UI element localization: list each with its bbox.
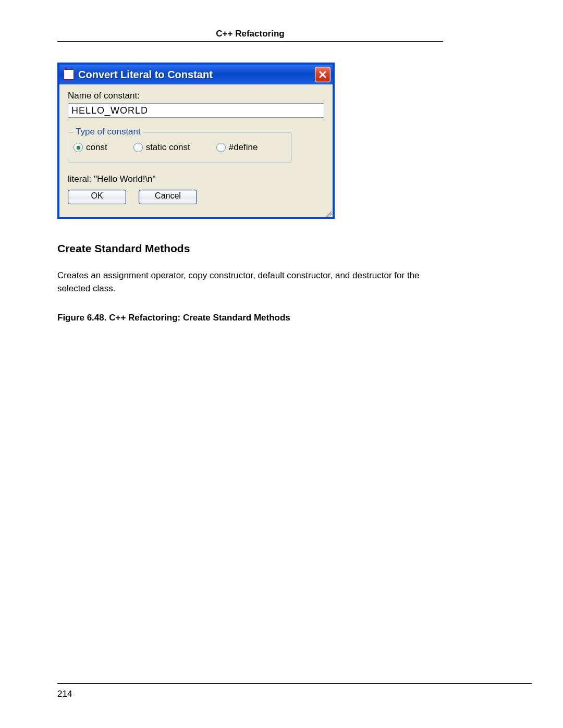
page-header: C++ Refactoring bbox=[57, 29, 443, 41]
type-of-constant-group: Type of constant const static const #def… bbox=[68, 132, 292, 163]
radio-const-label: const bbox=[86, 142, 107, 153]
radio-static-const[interactable]: static const bbox=[133, 142, 190, 153]
page-number: 214 bbox=[57, 689, 532, 699]
radio-dot-icon bbox=[74, 143, 83, 152]
cancel-button[interactable]: Cancel bbox=[139, 190, 197, 204]
resize-grip-area bbox=[59, 209, 333, 217]
radio-define-label: #define bbox=[229, 142, 258, 153]
resize-grip-icon[interactable] bbox=[324, 209, 332, 217]
type-of-constant-legend: Type of constant bbox=[74, 127, 143, 137]
ok-button[interactable]: OK bbox=[68, 190, 126, 204]
radio-dot-icon bbox=[216, 143, 226, 152]
section-heading: Create Standard Methods bbox=[57, 242, 443, 255]
section-body: Creates an assignment operator, copy con… bbox=[57, 269, 443, 295]
close-icon bbox=[319, 70, 327, 79]
radio-const[interactable]: const bbox=[74, 142, 107, 153]
figure-caption: Figure 6.48. C++ Refactoring: Create Sta… bbox=[57, 313, 443, 323]
name-of-constant-label: Name of constant: bbox=[68, 91, 324, 101]
app-icon bbox=[64, 69, 74, 80]
dialog-titlebar[interactable]: Convert Literal to Constant bbox=[59, 65, 333, 84]
dialog-title: Convert Literal to Constant bbox=[78, 69, 315, 81]
convert-literal-dialog: Convert Literal to Constant Name of cons… bbox=[57, 63, 335, 219]
literal-display: literal: "Hello World!\n" bbox=[68, 174, 324, 184]
radio-define[interactable]: #define bbox=[216, 142, 258, 153]
footer-rule bbox=[57, 683, 532, 684]
close-button[interactable] bbox=[315, 67, 331, 82]
radio-static-const-label: static const bbox=[146, 142, 190, 153]
radio-dot-icon bbox=[133, 143, 143, 152]
name-of-constant-input[interactable] bbox=[68, 103, 324, 118]
header-rule bbox=[57, 41, 443, 42]
